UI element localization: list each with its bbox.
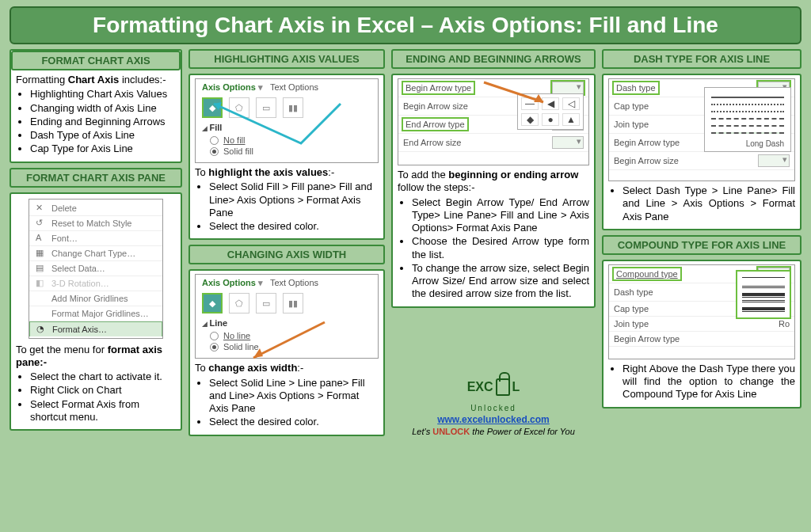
logo-area: EXC L Unlocked www.excelunlocked.com Let…: [391, 369, 596, 436]
effects-icon[interactable]: ⬠: [229, 97, 249, 118]
box-format-chart-axis: FORMAT CHART AXIS Formatting Chart Axis …: [10, 49, 182, 163]
arrow-type-popup[interactable]: —◀◁ ◆●▲: [517, 93, 584, 130]
header-axis-width: CHANGING AXIS WIDTH: [188, 245, 385, 264]
prop-compound-type[interactable]: Compound type: [614, 268, 680, 279]
radio-no-line[interactable]: No line: [210, 331, 371, 340]
section-line[interactable]: Line: [202, 318, 371, 328]
dash-popup[interactable]: Long Dash: [704, 87, 791, 152]
prop-join-type[interactable]: Join type: [614, 120, 649, 129]
radio-solid-fill[interactable]: Solid fill: [210, 146, 371, 156]
tab-axis-options[interactable]: Axis Options: [202, 82, 263, 92]
menu-item-reset[interactable]: ↺Reset to Match Style: [29, 216, 162, 231]
prop-dash-type-2[interactable]: Dash type: [614, 287, 653, 297]
prop-cap-type[interactable]: Cap type: [614, 101, 649, 111]
menu-item-format-axis[interactable]: ◔Format Axis…: [29, 321, 162, 336]
header-arrows: ENDING AND BEGINNING ARROWS: [391, 49, 596, 69]
box-arrows: Begin Arrow type Begin Arrow size End Ar…: [391, 74, 596, 308]
end-arrow-size-dropdown[interactable]: [552, 136, 584, 149]
menu-item-3d-rotation[interactable]: ◧3-D Rotation…: [29, 276, 162, 291]
highlight-steps: Select Solid Fill > Fill pane> Fill and …: [195, 180, 379, 233]
compound-props: Compound type Dash type Cap typeFla Join…: [608, 264, 795, 359]
arrow-props: Begin Arrow type Begin Arrow size End Ar…: [398, 78, 589, 165]
width-intro: To change axis width:-: [195, 362, 379, 374]
box-compound-type: Compound type Dash type Cap typeFla Join…: [602, 260, 801, 408]
arrow-intro: To add the beginning or ending arrow fol…: [398, 169, 589, 195]
prop-begin-arrow-size-2[interactable]: Begin Arrow size: [614, 156, 679, 165]
tab-axis-options-2[interactable]: Axis Options: [202, 278, 263, 287]
header-format-chart-axis: FORMAT CHART AXIS: [11, 51, 181, 70]
dash-steps: Select Dash Type > Line Pane> Fill and L…: [608, 184, 795, 223]
lock-icon: [496, 378, 510, 396]
intro-bullets: Highlighting Chart Axis Values Changing …: [16, 88, 176, 155]
brand-sub: Unlocked: [470, 404, 516, 412]
prop-cap-type-2[interactable]: Cap type: [614, 304, 649, 314]
pane-intro: To get the menu for format axis pane:-: [16, 344, 176, 370]
begin-arrow-size-dropdown-2[interactable]: [758, 154, 790, 167]
tab-text-options-2[interactable]: Text Options: [270, 278, 318, 287]
size-icon[interactable]: ▭: [256, 97, 276, 118]
menu-item-select-data[interactable]: ▤Select Data…: [29, 261, 162, 276]
prop-end-arrow-type[interactable]: End Arrow type: [403, 119, 467, 130]
prop-end-arrow-size[interactable]: End Arrow size: [403, 138, 461, 147]
fill-pane: Axis Options Text Options ◆ ⬠ ▭ ▮▮ Fill …: [195, 78, 379, 163]
menu-item-delete[interactable]: ✕Delete: [29, 201, 162, 216]
chart-icon[interactable]: ▮▮: [283, 97, 303, 118]
menu-item-change-chart-type[interactable]: ▦Change Chart Type…: [29, 246, 162, 261]
prop-begin-arrow-type-3[interactable]: Begin Arrow type: [614, 334, 680, 344]
section-fill[interactable]: Fill: [202, 123, 371, 132]
highlight-intro: To highlight the axis values:-: [195, 166, 379, 179]
box-dash-type: Dash type Cap type Join type Begin Arrow…: [602, 74, 801, 230]
pane-steps: Select the chart to activate it. Right C…: [16, 370, 176, 424]
header-compound-type: COMPOUND TYPE FOR AXIS LINE: [602, 235, 801, 255]
prop-dash-type[interactable]: Dash type: [614, 82, 658, 93]
width-steps: Select Solid Line > Line pane> Fill and …: [195, 377, 379, 429]
box-format-axis-pane: ✕Delete ↺Reset to Match Style AFont… ▦Ch…: [10, 192, 182, 431]
header-dash-type: DASH TYPE FOR AXIS LINE: [602, 49, 801, 69]
begin-arrow-type-dropdown[interactable]: [552, 82, 584, 94]
menu-item-add-minor-gridlines[interactable]: Add Minor Gridlines: [29, 291, 162, 306]
header-highlighting: HIGHLIGHTING AXIS VALUES: [188, 49, 385, 69]
tagline: Let's UNLOCK the Power of Excel for You: [412, 427, 575, 436]
box-axis-width: Axis Options Text Options ◆ ⬠ ▭ ▮▮ Line …: [188, 269, 385, 435]
brand-logo: EXC L: [467, 369, 520, 405]
fill-line-icon-2[interactable]: ◆: [202, 293, 223, 314]
website-link[interactable]: www.excelunlocked.com: [437, 414, 550, 425]
compound-popup[interactable]: [736, 270, 791, 319]
prop-begin-arrow-size[interactable]: Begin Arrow size: [403, 101, 468, 111]
intro-text: Formatting Chart Axis includes:-: [16, 74, 176, 86]
chart-icon-2[interactable]: ▮▮: [283, 293, 303, 314]
prop-join-type-2[interactable]: Join type: [614, 319, 649, 329]
menu-item-font[interactable]: AFont…: [29, 231, 162, 246]
compound-steps: Right Above the Dash Type there you will…: [608, 363, 795, 401]
dash-props: Dash type Cap type Join type Begin Arrow…: [608, 78, 795, 181]
line-pane: Axis Options Text Options ◆ ⬠ ▭ ▮▮ Line …: [195, 274, 379, 359]
page-title: Formatting Chart Axis in Excel – Axis Op…: [10, 6, 801, 44]
prop-begin-arrow-type[interactable]: Begin Arrow type: [403, 82, 474, 93]
effects-icon-2[interactable]: ⬠: [229, 293, 249, 314]
arrow-steps: Select Begin Arrow Type/ End Arrow Type>…: [398, 196, 589, 301]
context-menu: ✕Delete ↺Reset to Match Style AFont… ▦Ch…: [29, 199, 163, 339]
fill-line-icon[interactable]: ◆: [202, 97, 223, 118]
header-format-axis-pane: FORMAT CHART AXIS PANE: [10, 168, 182, 188]
size-icon-2[interactable]: ▭: [256, 293, 276, 314]
radio-no-fill[interactable]: No fill: [210, 135, 371, 145]
prop-begin-arrow-type-2[interactable]: Begin Arrow type: [614, 138, 680, 147]
radio-solid-line[interactable]: Solid line: [210, 342, 371, 352]
tab-text-options[interactable]: Text Options: [270, 82, 318, 92]
menu-item-format-major-gridlines[interactable]: Format Major Gridlines…: [29, 306, 162, 321]
box-highlight-axis: Axis Options Text Options ◆ ⬠ ▭ ▮▮ Fill …: [188, 74, 385, 240]
